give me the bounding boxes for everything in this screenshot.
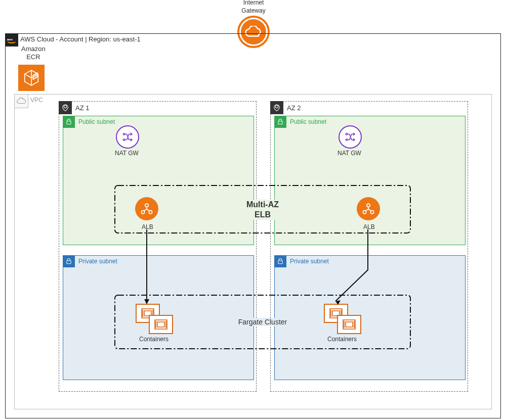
lock-icon [63,255,75,267]
lock-icon [63,116,75,128]
svg-text:aws: aws [7,38,13,41]
alb-icon [135,197,158,220]
svg-point-12 [145,204,148,207]
lock-icon [274,255,286,267]
az2-public-subnet-title: Public subnet [290,118,326,125]
svg-rect-31 [343,320,355,329]
svg-rect-5 [67,261,71,264]
aws-cloud-title: AWS Cloud - Account | Region: us-east-1 [20,35,141,43]
az2-containers-label: Containers [327,336,357,343]
fargate-cluster-label: Fargate Cluster [235,318,290,326]
az2-natgw-label: NAT GW [338,150,361,157]
containers-icon [136,304,171,332]
svg-rect-10 [278,261,282,264]
multi-az-elb-label: Multi-AZELB [243,200,282,220]
internet-gateway-label: InternetGateway [233,0,274,15]
nat-gateway-icon [339,125,362,149]
az1-natgw-label: NAT GW [115,150,139,157]
az1-private-subnet-title: Private subnet [78,258,117,265]
az1-alb-label: ALB [142,223,153,230]
az2-private-subnet-title: Private subnet [290,258,329,265]
svg-point-6 [275,105,278,108]
svg-rect-32 [346,322,353,327]
svg-rect-2 [67,121,71,124]
svg-rect-23 [155,320,167,329]
nat-gateway-icon [116,125,139,149]
az2-title: AZ 2 [287,104,301,112]
az-icon [270,101,283,114]
vpc-cloud-icon [14,94,28,108]
svg-point-1 [64,105,66,108]
az1-title: AZ 1 [75,104,89,112]
aws-logo-icon: aws [5,33,18,46]
az1-public-subnet-title: Public subnet [78,118,115,125]
containers-icon [324,304,359,332]
svg-rect-7 [278,121,282,124]
az-icon [59,101,72,114]
amazon-ecr-label: AmazonECR [21,45,46,62]
lock-icon [274,116,286,128]
az1-containers-label: Containers [139,336,168,343]
vpc-label: VPC [30,97,43,104]
amazon-ecr-icon [18,65,45,91]
svg-rect-24 [157,322,164,327]
svg-point-15 [367,204,370,207]
alb-icon [357,197,380,220]
